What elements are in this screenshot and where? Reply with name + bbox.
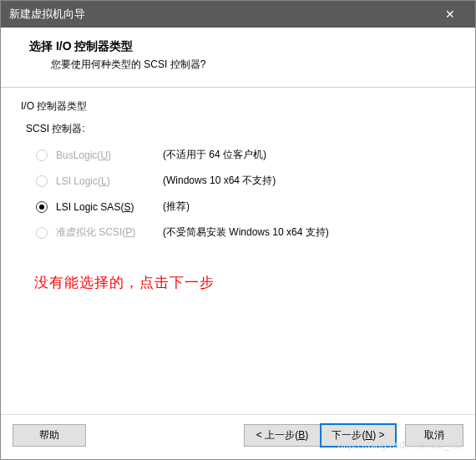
radio-icon[interactable] <box>36 201 48 213</box>
option-label: 准虚拟化 SCSI(P) <box>56 225 148 240</box>
option-label: BusLogic(U) <box>56 149 148 161</box>
radio-icon <box>36 227 48 239</box>
content-area: I/O 控制器类型 SCSI 控制器: BusLogic(U) (不适用于 64… <box>1 88 475 301</box>
cancel-button[interactable]: 取消 <box>405 424 463 447</box>
group-label: I/O 控制器类型 <box>21 99 455 114</box>
radio-group: BusLogic(U) (不适用于 64 位客户机) LSI Logic(L) … <box>36 148 455 240</box>
wizard-header: 选择 I/O 控制器类型 您要使用何种类型的 SCSI 控制器? <box>1 28 475 88</box>
option-buslogic: BusLogic(U) (不适用于 64 位客户机) <box>36 148 455 162</box>
next-button[interactable]: 下一步(N) > <box>320 423 397 447</box>
option-note: (不适用于 64 位客户机) <box>163 148 266 162</box>
option-note: (推荐) <box>163 200 190 214</box>
radio-icon <box>36 175 48 187</box>
option-lsisas[interactable]: LSI Logic SAS(S) (推荐) <box>36 200 455 214</box>
close-icon[interactable]: ✕ <box>433 8 467 21</box>
window-title: 新建虚拟机向导 <box>9 7 433 22</box>
back-button[interactable]: < 上一步(B) <box>244 424 321 447</box>
page-subtitle: 您要使用何种类型的 SCSI 控制器? <box>51 58 458 72</box>
scsi-label: SCSI 控制器: <box>26 122 455 136</box>
option-note: (Windows 10 x64 不支持) <box>163 174 276 188</box>
option-note: (不受简易安装 Windows 10 x64 支持) <box>163 225 329 240</box>
option-lsilogic: LSI Logic(L) (Windows 10 x64 不支持) <box>36 174 455 188</box>
titlebar: 新建虚拟机向导 ✕ <box>1 1 475 28</box>
option-label[interactable]: LSI Logic SAS(S) <box>56 201 148 213</box>
help-button[interactable]: 帮助 <box>13 424 86 447</box>
radio-icon <box>36 149 48 161</box>
footer: 帮助 < 上一步(B) 下一步(N) > 取消 <box>1 414 475 459</box>
annotation-text: 没有能选择的，点击下一步 <box>34 273 455 292</box>
page-title: 选择 I/O 控制器类型 <box>29 39 458 54</box>
option-label: LSI Logic(L) <box>56 175 148 187</box>
option-paravirt: 准虚拟化 SCSI(P) (不受简易安装 Windows 10 x64 支持) <box>36 225 455 240</box>
